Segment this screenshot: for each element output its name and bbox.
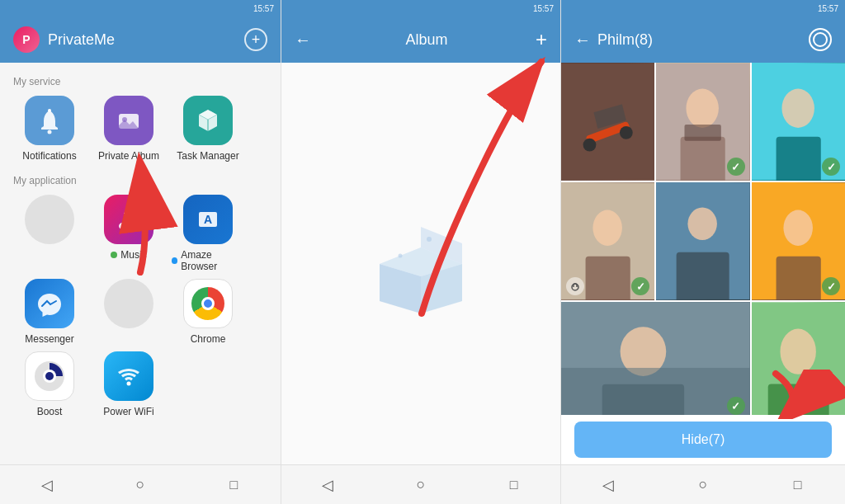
home-button-2[interactable] (408, 472, 434, 498)
app-item-powerwifi[interactable]: Power WiFi (92, 351, 165, 417)
music-label-row: Music (111, 249, 146, 261)
svg-rect-38 (776, 257, 820, 300)
private-album-icon (104, 96, 153, 145)
svg-point-0 (48, 130, 52, 134)
status-bar-3: 15:57 (561, 0, 845, 16)
svg-point-13 (427, 237, 432, 242)
app-item-amaze[interactable]: A Amaze Browser (172, 195, 244, 272)
amaze-label: Amaze Browser (181, 249, 244, 272)
select-all-button[interactable] (809, 28, 832, 51)
panel1-content: My service Notifications (0, 63, 281, 464)
recent-button-2[interactable] (501, 472, 527, 498)
svg-point-21 (620, 126, 633, 139)
empty-box-illustration (355, 210, 487, 318)
task-manager-label: Task Manager (177, 150, 238, 162)
svg-rect-28 (776, 137, 820, 181)
svg-point-15 (399, 253, 403, 257)
notifications-icon (25, 96, 74, 145)
app-item-chrome[interactable]: Chrome (172, 279, 244, 345)
photo-8[interactable] (752, 302, 845, 415)
private-album-label: Private Album (98, 150, 159, 162)
my-service-label: My service (13, 76, 267, 87)
photo-3-checkmark: ✓ (822, 158, 840, 176)
app-item-notifications[interactable]: Notifications (13, 96, 86, 162)
chrome-inner (201, 297, 215, 310)
app-item-private-album[interactable]: Private Album (92, 96, 165, 162)
photo-3[interactable]: ✓ (752, 63, 845, 181)
task-manager-icon (183, 96, 233, 145)
panel3-header: ← Philm(8) (561, 16, 845, 63)
photo-5[interactable] (656, 182, 749, 300)
amaze-icon: A (183, 195, 233, 244)
app-item-music[interactable]: Music (92, 195, 165, 272)
add-button[interactable]: + (244, 28, 267, 51)
svg-point-23 (687, 89, 719, 128)
app-item-task-manager[interactable]: Task Manager (172, 96, 244, 162)
panel-album: 15:57 ← Album + (281, 0, 561, 504)
svg-point-12 (127, 382, 131, 386)
photo-4[interactable]: ✓ (561, 182, 654, 300)
panel2-header: ← Album + (281, 16, 560, 63)
amaze-label-row: Amaze Browser (172, 249, 244, 272)
home-button-1[interactable] (127, 472, 153, 498)
back-button-3[interactable] (595, 472, 621, 498)
svg-point-32 (572, 284, 578, 290)
photo-7-content (561, 302, 750, 415)
amaze-dot (172, 257, 177, 264)
svg-rect-25 (685, 125, 721, 141)
placeholder2-icon (104, 279, 153, 328)
photo-7-checkmark: ✓ (727, 397, 745, 415)
chrome-label: Chrome (191, 333, 226, 345)
svg-point-30 (592, 210, 621, 246)
app-item-messenger[interactable]: Messenger (13, 279, 86, 345)
status-bar-2: 15:57 (281, 0, 560, 16)
hide-button[interactable]: Hide(7) (574, 422, 832, 458)
hide-section: Hide(7) (561, 415, 845, 464)
svg-rect-35 (677, 252, 729, 300)
back-arrow-3[interactable]: ← (574, 31, 591, 49)
boost-label: Boost (37, 406, 63, 417)
recent-button-1[interactable] (220, 472, 247, 498)
panel2-nav (281, 464, 560, 504)
philm-title: Philm(8) (597, 31, 809, 49)
svg-point-27 (781, 89, 814, 128)
service-app-grid: Notifications Private Album (13, 96, 267, 162)
panel1-header: P PrivateMe + (0, 16, 281, 63)
photo-7[interactable]: ✓ (561, 302, 750, 415)
powerwifi-icon (104, 351, 153, 401)
photo-2[interactable]: ✓ (656, 63, 749, 181)
svg-text:A: A (204, 213, 212, 226)
app-item-placeholder2 (92, 279, 165, 345)
svg-point-37 (783, 210, 812, 246)
my-application-label: My application (13, 175, 267, 186)
chrome-icon-wrapper (183, 279, 233, 328)
photo-5-content (656, 182, 749, 300)
photo-6[interactable]: ✓ (752, 182, 845, 300)
photo-6-checkmark: ✓ (822, 277, 840, 295)
album-add-button[interactable]: + (536, 28, 547, 51)
home-button-3[interactable] (690, 472, 716, 498)
messenger-icon (25, 279, 74, 328)
photo-1[interactable] (561, 63, 654, 181)
svg-point-14 (444, 250, 447, 253)
photo-grid: ✓ ✓ ✓ (561, 63, 845, 415)
app-title: PrivateMe (48, 31, 244, 49)
chrome-ring (191, 287, 224, 320)
photo-2-checkmark: ✓ (727, 158, 745, 176)
recent-button-3[interactable] (785, 472, 811, 498)
status-time-3: 15:57 (818, 4, 838, 13)
app-item-boost[interactable]: Boost (13, 351, 86, 417)
back-button-2[interactable] (314, 472, 341, 498)
music-dot (111, 252, 117, 258)
music-label: Music (120, 249, 146, 261)
back-button-1[interactable] (34, 472, 60, 498)
powerwifi-label: Power WiFi (103, 406, 153, 417)
photo-8-content (752, 302, 845, 415)
photo-1-content (561, 63, 654, 181)
svg-point-11 (45, 372, 54, 380)
select-all-icon (813, 32, 828, 47)
empty-state (355, 210, 487, 318)
app-item-placeholder1 (13, 195, 86, 272)
back-arrow-2[interactable]: ← (295, 31, 311, 49)
album-title: Album (318, 31, 536, 49)
